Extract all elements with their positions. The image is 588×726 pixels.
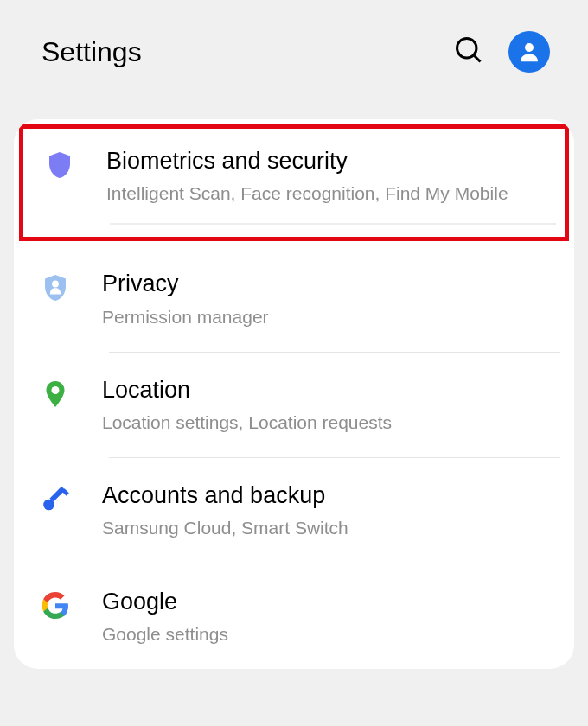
svg-point-0 — [457, 39, 477, 59]
settings-item-text: Privacy Permission manager — [80, 269, 557, 328]
settings-item-location[interactable]: Location Location settings, Location req… — [14, 353, 574, 457]
location-pin-icon — [31, 375, 80, 410]
settings-item-subtitle: Intelligent Scan, Face recognition, Find… — [106, 182, 553, 206]
profile-avatar[interactable] — [508, 31, 550, 73]
highlighted-item: Biometrics and security Intelligent Scan… — [19, 124, 569, 241]
google-icon — [31, 587, 80, 621]
settings-item-title: Location — [102, 375, 557, 405]
shield-icon — [35, 146, 84, 181]
settings-item-subtitle: Permission manager — [102, 305, 557, 329]
svg-rect-6 — [49, 487, 65, 502]
svg-line-1 — [474, 55, 481, 62]
settings-item-text: Biometrics and security Intelligent Scan… — [84, 146, 553, 206]
privacy-shield-icon — [31, 269, 80, 303]
settings-item-text: Accounts and backup Samsung Cloud, Smart… — [80, 481, 557, 540]
settings-item-text: Location Location settings, Location req… — [80, 375, 557, 435]
header-actions — [453, 31, 550, 73]
settings-item-privacy[interactable]: Privacy Permission manager — [14, 246, 574, 351]
settings-item-title: Biometrics and security — [106, 146, 553, 176]
search-icon[interactable] — [453, 35, 484, 69]
settings-card: Biometrics and security Intelligent Scan… — [14, 119, 574, 669]
header: Settings — [0, 0, 588, 104]
key-icon — [31, 481, 80, 515]
svg-point-2 — [525, 43, 534, 52]
settings-item-google[interactable]: Google Google settings — [14, 564, 574, 669]
settings-item-title: Accounts and backup — [102, 481, 557, 511]
settings-item-title: Privacy — [102, 269, 557, 299]
divider — [110, 223, 556, 225]
settings-item-subtitle: Location settings, Location requests — [102, 411, 557, 435]
settings-item-accounts[interactable]: Accounts and backup Samsung Cloud, Smart… — [14, 458, 574, 563]
settings-item-subtitle: Samsung Cloud, Smart Switch — [102, 516, 557, 540]
page-title: Settings — [42, 36, 142, 68]
settings-item-text: Google Google settings — [80, 587, 557, 646]
svg-point-4 — [52, 386, 60, 394]
settings-item-subtitle: Google settings — [102, 622, 557, 646]
svg-point-3 — [52, 281, 59, 288]
settings-item-title: Google — [102, 587, 557, 617]
settings-item-biometrics[interactable]: Biometrics and security Intelligent Scan… — [23, 129, 565, 218]
